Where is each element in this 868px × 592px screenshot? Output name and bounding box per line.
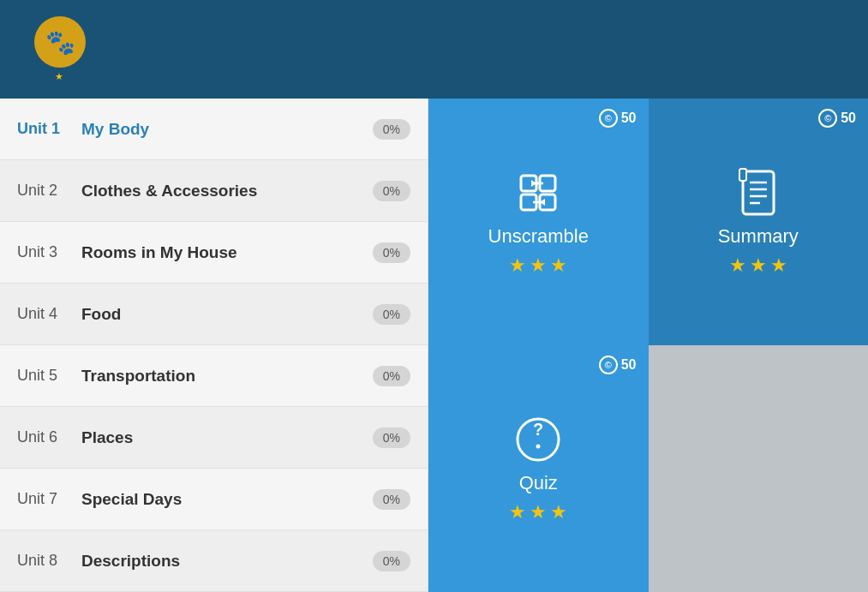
unit-number-6: Unit 6 xyxy=(17,428,81,446)
unit-item-3[interactable]: Unit 3 Rooms in My House 0% xyxy=(0,222,428,284)
coin-badge-summary: © 50 xyxy=(818,109,856,128)
activity-card-empty xyxy=(649,345,869,592)
user-area: 🐾 ★ xyxy=(17,16,103,82)
unit-item-4[interactable]: Unit 4 Food 0% xyxy=(0,284,428,345)
activity-grid: © 50 Unscramble ★★★ © 50 Summa xyxy=(428,99,868,592)
coin-icon-quiz: © xyxy=(599,356,618,374)
unit-item-8[interactable]: Unit 8 Descriptions 0% xyxy=(0,530,428,592)
quiz-icon: ? xyxy=(512,414,564,465)
unit-number-4: Unit 4 xyxy=(17,305,81,323)
activity-card-summary[interactable]: © 50 Summary ★★★ xyxy=(649,99,869,345)
unit-number-5: Unit 5 xyxy=(17,367,81,385)
star-1: ★ xyxy=(530,254,547,277)
unit-progress-4: 0% xyxy=(373,304,410,325)
unit-sidebar[interactable]: Unit 1 My Body 0% Unit 2 Clothes & Acces… xyxy=(0,99,428,592)
unit-name-8: Descriptions xyxy=(81,552,373,571)
star-icon: ★ xyxy=(55,71,63,82)
unit-item-1[interactable]: Unit 1 My Body 0% xyxy=(0,99,428,160)
svg-text:?: ? xyxy=(533,420,543,439)
unit-progress-2: 0% xyxy=(373,181,410,201)
unit-progress-3: 0% xyxy=(373,242,410,263)
activity-stars-unscramble: ★★★ xyxy=(509,254,567,277)
svg-rect-11 xyxy=(739,169,746,181)
coin-value-quiz: 50 xyxy=(621,357,637,373)
activity-card-unscramble[interactable]: © 50 Unscramble ★★★ xyxy=(428,99,649,345)
coin-value-summary: 50 xyxy=(841,111,856,126)
app-header: 🐾 ★ xyxy=(0,0,868,99)
unit-number-3: Unit 3 xyxy=(17,243,81,261)
svg-point-14 xyxy=(536,445,541,449)
coin-badge-quiz: © 50 xyxy=(599,356,637,374)
unit-name-4: Food xyxy=(81,305,373,324)
star-2: ★ xyxy=(550,501,567,523)
unit-item-2[interactable]: Unit 2 Clothes & Accessories 0% xyxy=(0,160,428,222)
activity-card-quiz[interactable]: © 50 ? Quiz ★★★ xyxy=(428,345,649,592)
unit-progress-1: 0% xyxy=(373,119,410,140)
avatar: 🐾 xyxy=(34,16,86,68)
unit-name-1: My Body xyxy=(81,120,373,139)
main-layout: Unit 1 My Body 0% Unit 2 Clothes & Acces… xyxy=(0,99,868,592)
coin-icon-unscramble: © xyxy=(599,109,618,128)
unit-name-6: Places xyxy=(81,428,373,447)
coin-badge-unscramble: © 50 xyxy=(599,109,637,128)
unit-progress-6: 0% xyxy=(373,428,410,448)
unit-item-5[interactable]: Unit 5 Transportation 0% xyxy=(0,345,428,407)
star-1: ★ xyxy=(530,501,547,523)
unit-name-5: Transportation xyxy=(81,367,373,386)
svg-rect-6 xyxy=(743,171,774,214)
unscramble-icon xyxy=(512,167,564,218)
unit-name-7: Special Days xyxy=(81,490,373,509)
activity-stars-summary: ★★★ xyxy=(729,254,787,277)
unit-item-7[interactable]: Unit 7 Special Days 0% xyxy=(0,469,428,530)
star-1: ★ xyxy=(750,254,767,277)
star-2: ★ xyxy=(770,254,787,277)
unit-progress-8: 0% xyxy=(373,551,410,571)
unit-number-2: Unit 2 xyxy=(17,182,81,200)
coin-value-unscramble: 50 xyxy=(621,111,637,126)
unit-progress-5: 0% xyxy=(373,366,410,386)
activity-label-unscramble: Unscramble xyxy=(488,225,589,248)
unit-number-7: Unit 7 xyxy=(17,490,81,508)
unit-name-3: Rooms in My House xyxy=(81,243,373,262)
summary-icon xyxy=(733,167,784,218)
activity-stars-quiz: ★★★ xyxy=(509,501,567,523)
unit-item-6[interactable]: Unit 6 Places 0% xyxy=(0,407,428,469)
coin-icon-summary: © xyxy=(818,109,837,128)
unit-name-2: Clothes & Accessories xyxy=(81,182,373,200)
user-score: ★ xyxy=(55,71,65,82)
activity-label-summary: Summary xyxy=(718,225,799,248)
star-0: ★ xyxy=(729,254,746,277)
unit-number-1: Unit 1 xyxy=(17,120,81,138)
activity-label-quiz: Quiz xyxy=(519,472,558,494)
unit-number-8: Unit 8 xyxy=(17,552,81,570)
unit-progress-7: 0% xyxy=(373,489,410,510)
star-0: ★ xyxy=(509,501,526,523)
star-2: ★ xyxy=(550,254,567,277)
star-0: ★ xyxy=(509,254,526,277)
